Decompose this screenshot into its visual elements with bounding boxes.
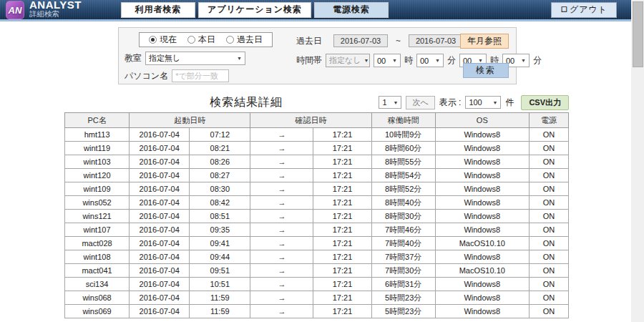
cell-os: Windows8 <box>435 196 529 210</box>
table-row: wint1082016-07-0409:44→17:217時間37分Window… <box>65 250 569 264</box>
cell-confirm-time: 17:21 <box>313 155 371 169</box>
cell-os: MacOS10.10 <box>435 237 529 250</box>
cell-uptime: 5時間23分 <box>371 305 435 318</box>
nav-tab-2[interactable]: 電源検索 <box>314 2 389 18</box>
results-table: PC名 起動日時 確認日時 稼働時間 OS 電源 hmt1132016-07-0… <box>64 112 569 318</box>
table-row: hmt1132016-07-0407:12→17:2110時間9分Windows… <box>65 128 569 142</box>
classroom-select[interactable]: 指定無し ▼ <box>145 52 245 65</box>
table-row: wint1202016-07-0408:27→17:218時間54分Window… <box>65 169 569 182</box>
cell-uptime: 7時間30分 <box>371 264 435 278</box>
cell-start-time: 08:27 <box>190 169 250 182</box>
cell-start-date: 2016-07-04 <box>130 237 190 250</box>
scrollbar-thumb[interactable] <box>633 1 643 67</box>
date-to-field[interactable]: 2016-07-03 <box>409 34 463 47</box>
date-from-field[interactable]: 2016-07-03 <box>333 34 388 47</box>
chevron-down-icon: ▼ <box>237 56 242 61</box>
cell-start-date: 2016-07-04 <box>130 142 190 155</box>
page-select-value: 1 <box>382 98 386 107</box>
cell-start-time: 09:41 <box>190 237 250 250</box>
table-row: wint1072016-07-0409:35→17:217時間46分Window… <box>65 223 569 237</box>
header-power: 電源 <box>529 113 568 128</box>
results-bar: 検索結果詳細 1 ▼ 次へ 表示 : 100 ▼ 件 CSV出力 <box>64 94 569 111</box>
cell-pc-name: wint120 <box>65 169 130 182</box>
cell-uptime: 7時間40分 <box>371 237 435 250</box>
header-start-datetime: 起動日時 <box>130 113 250 128</box>
time-preset-select[interactable]: 指定なし ▼ <box>326 54 370 67</box>
cell-power: ON <box>529 182 568 196</box>
cell-power: ON <box>529 142 568 155</box>
page-size-select[interactable]: 100 ▼ <box>465 96 501 109</box>
cell-start-time: 11:59 <box>190 291 250 305</box>
cell-confirm-time: 17:21 <box>313 196 371 210</box>
nav-tab-1[interactable]: アプリケーション検索 <box>198 2 311 18</box>
pc-name-label: パソコン名 <box>125 70 168 82</box>
logout-button[interactable]: ログアウト <box>551 2 617 18</box>
table-row: wint1092016-07-0408:30→17:218時間52分Window… <box>65 182 569 196</box>
chevron-down-icon: ▼ <box>478 58 483 63</box>
cell-power: ON <box>529 264 568 278</box>
cell-os: Windows8 <box>435 210 529 223</box>
minute-from-select[interactable]: 00 ▼ <box>416 54 444 67</box>
cell-confirm-time: 17:21 <box>313 169 371 182</box>
csv-export-button[interactable]: CSV出力 <box>521 95 569 110</box>
date-mode-radio-0[interactable]: 現在 <box>149 34 177 46</box>
cell-os: Windows8 <box>435 291 529 305</box>
classroom-row: 教室 指定無し ▼ <box>125 52 245 65</box>
app-logo-icon: AN <box>6 1 24 19</box>
calendar-lookup-button[interactable]: 年月参照 <box>460 34 509 49</box>
pc-name-input[interactable] <box>172 69 229 82</box>
cell-power: ON <box>529 237 568 250</box>
cell-start-date: 2016-07-04 <box>130 169 190 182</box>
header-os: OS <box>435 113 529 128</box>
search-filter-panel: 現在本日過去日 教室 指定無し ▼ パソコン名 過去日 2016-07-03 ~… <box>118 27 517 84</box>
table-row: wins0682016-07-0411:59→17:215時間23分Window… <box>65 291 569 305</box>
chevron-down-icon: ▼ <box>394 100 399 105</box>
cell-arrow: → <box>250 182 313 196</box>
cell-arrow: → <box>250 291 313 305</box>
radio-icon <box>187 36 195 44</box>
cell-power: ON <box>529 278 568 291</box>
cell-arrow: → <box>250 155 313 169</box>
search-button[interactable]: 検索 <box>463 63 509 78</box>
cell-start-date: 2016-07-04 <box>130 210 190 223</box>
cell-start-time: 07:12 <box>190 128 250 142</box>
date-mode-radio-1[interactable]: 本日 <box>187 34 215 46</box>
cell-uptime: 8時間54分 <box>371 169 435 182</box>
cell-pc-name: wint107 <box>65 223 130 237</box>
page-size-value: 100 <box>469 98 482 107</box>
cell-os: Windows8 <box>435 278 529 291</box>
cell-confirm-time: 17:21 <box>313 278 371 291</box>
radio-label: 現在 <box>160 34 177 46</box>
cell-pc-name: wint119 <box>65 142 130 155</box>
table-row: sci1342016-07-0410:51→17:216時間31分Windows… <box>65 278 569 291</box>
cell-arrow: → <box>250 223 313 237</box>
cell-confirm-time: 17:21 <box>313 210 371 223</box>
cell-power: ON <box>529 128 568 142</box>
minute-to-suffix: 分 <box>533 54 542 67</box>
cell-pc-name: wint109 <box>65 182 130 196</box>
next-page-button[interactable]: 次へ <box>406 96 434 109</box>
cell-uptime: 8時間52分 <box>371 182 435 196</box>
cell-start-date: 2016-07-04 <box>130 291 190 305</box>
cell-uptime: 8時間40分 <box>371 196 435 210</box>
cell-start-time: 08:26 <box>190 155 250 169</box>
chevron-down-icon: ▼ <box>364 58 369 63</box>
table-row: mact0282016-07-0409:41→17:217時間40分MacOS1… <box>65 237 569 250</box>
cell-start-date: 2016-07-04 <box>130 182 190 196</box>
page-select[interactable]: 1 ▼ <box>379 96 401 109</box>
cell-start-time: 09:44 <box>190 250 250 264</box>
cell-confirm-time: 17:21 <box>313 291 371 305</box>
cell-confirm-time: 17:21 <box>313 223 371 237</box>
cell-arrow: → <box>250 264 313 278</box>
nav-tab-0[interactable]: 利用者検索 <box>121 2 195 18</box>
cell-pc-name: wins052 <box>65 196 130 210</box>
cell-start-time: 10:51 <box>190 278 250 291</box>
cell-pc-name: wins068 <box>65 291 130 305</box>
app-title: ANALYST <box>29 0 121 9</box>
date-mode-radio-2[interactable]: 過去日 <box>226 34 263 46</box>
hour-from-select[interactable]: 00 ▼ <box>374 54 401 67</box>
cell-power: ON <box>529 210 568 223</box>
cell-start-date: 2016-07-04 <box>130 128 190 142</box>
scrollbar-track[interactable] <box>631 0 644 322</box>
cell-arrow: → <box>250 250 313 264</box>
